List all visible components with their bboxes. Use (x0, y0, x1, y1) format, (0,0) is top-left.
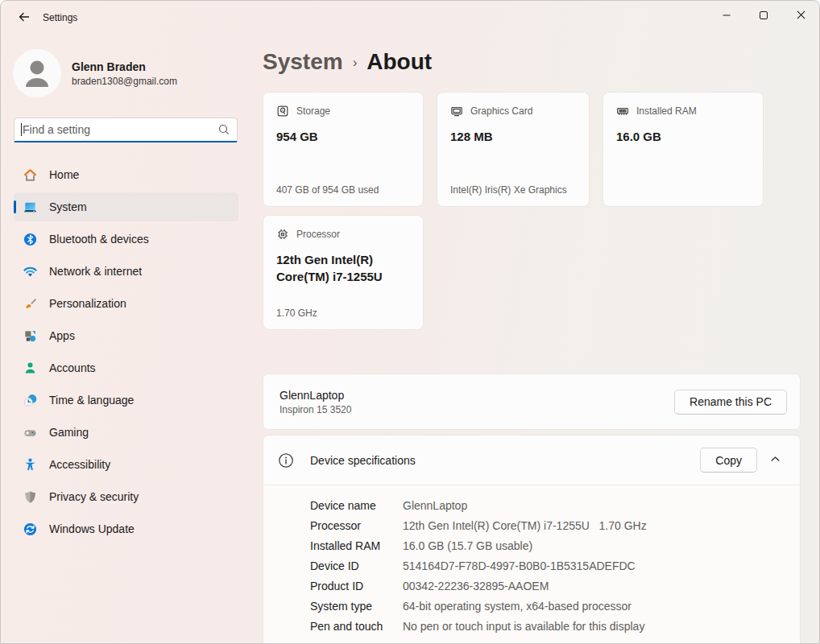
spec-value: 64-bit operating system, x64-based proce… (403, 600, 632, 613)
spec-label: Pen and touch (310, 620, 403, 633)
storage-icon (276, 105, 289, 118)
breadcrumb-system[interactable]: System (263, 49, 343, 75)
sidebar-item-label: Personalization (49, 297, 126, 310)
sidebar: Glenn Braden braden1308@gmail.com Home (1, 36, 251, 643)
sidebar-item-home[interactable]: Home (14, 160, 238, 189)
sidebar-item-personalization[interactable]: Personalization (14, 289, 238, 318)
collapse-toggle[interactable] (763, 448, 787, 473)
sidebar-nav: Home System Bluetooth & devices Network … (14, 160, 238, 547)
device-specifications-table: Device name GlennLaptop Processor 12th G… (263, 485, 800, 644)
sidebar-item-accounts[interactable]: Accounts (14, 353, 238, 382)
processor-card: Processor 12th Gen Intel(R) Core(TM) i7-… (263, 215, 424, 330)
sidebar-item-label: Accessibility (49, 458, 110, 471)
spec-value: 16.0 GB (15.7 GB usable) (403, 539, 532, 552)
maximize-button[interactable] (745, 1, 782, 31)
main-content: System › About Storage 954 GB 407 GB of … (263, 36, 801, 644)
sidebar-item-system[interactable]: System (14, 192, 238, 221)
profile-name: Glenn Braden (72, 60, 177, 73)
installed-ram-card: Installed RAM 16.0 GB (603, 92, 764, 207)
copy-button[interactable]: Copy (700, 448, 757, 473)
network-icon (23, 264, 38, 279)
device-name-panel: GlennLaptop Inspiron 15 3520 Rename this… (263, 374, 801, 430)
accounts-icon (23, 361, 38, 376)
bluetooth-icon (23, 232, 38, 247)
device-names: GlennLaptop Inspiron 15 3520 (280, 389, 674, 415)
card-title: Storage (296, 105, 330, 117)
sidebar-item-bluetooth-devices[interactable]: Bluetooth & devices (14, 225, 238, 254)
spec-row: Product ID 00342-22236-32895-AAOEM (310, 576, 787, 596)
search-icon[interactable] (217, 123, 230, 136)
card-value: 16.0 GB (616, 128, 750, 145)
close-icon (796, 10, 806, 23)
profile-text: Glenn Braden braden1308@gmail.com (72, 60, 177, 87)
card-value: 128 MB (450, 128, 576, 145)
card-value: 954 GB (276, 128, 410, 145)
sidebar-item-label: Accounts (49, 361, 96, 374)
home-icon (23, 167, 38, 183)
titlebar: Settings (1, 1, 819, 36)
back-button[interactable] (10, 6, 38, 30)
profile[interactable]: Glenn Braden braden1308@gmail.com (13, 49, 177, 97)
breadcrumb: System › About (263, 49, 432, 75)
profile-email: braden1308@gmail.com (72, 76, 177, 87)
graphics-card-icon (450, 105, 463, 118)
spec-label: Processor (310, 519, 403, 532)
spec-label: Installed RAM (310, 539, 403, 552)
avatar (13, 49, 61, 97)
minimize-icon (722, 10, 731, 23)
sidebar-item-windows-update[interactable]: Windows Update (14, 514, 238, 543)
spec-row: Device ID 514164D7-F78D-4997-B0B0-1B5315… (310, 555, 787, 576)
apps-icon (23, 328, 38, 344)
device-model: Inspiron 15 3520 (280, 404, 674, 415)
section-title: Device specifications (310, 454, 700, 467)
card-value: 12th Gen Intel(R) Core(TM) i7-1255U (276, 251, 410, 285)
gaming-icon (23, 425, 38, 440)
device-specifications-header[interactable]: Device specifications Copy (263, 436, 800, 485)
windows-update-icon (23, 522, 38, 537)
sidebar-item-gaming[interactable]: Gaming (14, 418, 238, 447)
search-input[interactable] (23, 123, 217, 136)
spec-row: System type 64-bit operating system, x64… (310, 596, 787, 616)
spec-value: 00342-22236-32895-AAOEM (403, 580, 549, 592)
rename-pc-button[interactable]: Rename this PC (674, 390, 787, 415)
spec-label: System type (310, 600, 403, 613)
spec-row: Installed RAM 16.0 GB (15.7 GB usable) (310, 535, 787, 555)
time-language-icon (23, 393, 38, 408)
sidebar-item-label: Apps (49, 329, 75, 342)
personalization-icon (23, 296, 38, 312)
sidebar-item-label: Windows Update (49, 522, 135, 535)
card-title: Graphics Card (470, 105, 532, 117)
card-subtitle: 407 GB of 954 GB used (276, 184, 379, 196)
sidebar-item-label: Bluetooth & devices (49, 233, 149, 246)
sidebar-item-network-internet[interactable]: Network & internet (14, 257, 238, 286)
close-button[interactable] (782, 1, 819, 31)
text-caret (21, 123, 22, 136)
graphics-card-card: Graphics Card 128 MB Intel(R) Iris(R) Xe… (437, 92, 590, 207)
device-name: GlennLaptop (280, 389, 674, 402)
sidebar-item-label: Time & language (49, 394, 134, 407)
spec-cards-row: Storage 954 GB 407 GB of 954 GB used Gra… (263, 92, 764, 207)
sidebar-item-apps[interactable]: Apps (14, 321, 238, 350)
app-title: Settings (43, 12, 77, 23)
sidebar-item-privacy-security[interactable]: Privacy & security (14, 482, 238, 511)
card-title: Processor (296, 229, 340, 240)
sidebar-item-time-language[interactable]: Time & language (14, 386, 238, 415)
system-icon (23, 200, 38, 215)
breadcrumb-separator-icon: › (353, 55, 358, 71)
processor-icon (276, 228, 289, 241)
minimize-button[interactable] (708, 1, 745, 31)
sidebar-item-label: Home (49, 168, 79, 181)
spec-label: Product ID (310, 580, 403, 592)
card-subtitle: Intel(R) Iris(R) Xe Graphics (450, 184, 567, 196)
privacy-icon (23, 489, 38, 505)
card-subtitle: 1.70 GHz (276, 308, 317, 319)
device-specifications-expander: Device specifications Copy Device name G… (263, 435, 801, 644)
caption-controls (708, 1, 819, 31)
processor-card-row: Processor 12th Gen Intel(R) Core(TM) i7-… (263, 215, 424, 330)
sidebar-item-accessibility[interactable]: Accessibility (14, 450, 238, 479)
card-title: Installed RAM (636, 105, 697, 117)
sidebar-item-label: System (49, 200, 87, 213)
spec-row: Device name GlennLaptop (310, 495, 787, 515)
sidebar-item-label: Gaming (49, 426, 89, 439)
chevron-up-icon (770, 454, 781, 467)
